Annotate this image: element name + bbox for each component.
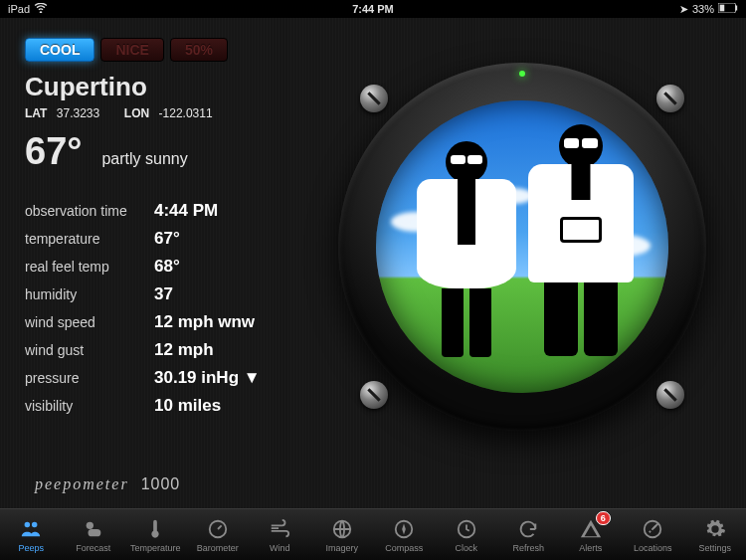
lat-label: LAT: [25, 106, 47, 120]
main-panel: COOL NICE 50% Cupertino LAT 37.3233 LON …: [0, 18, 746, 515]
lon-value: -122.0311: [159, 106, 213, 120]
tab-barometer[interactable]: Barometer: [187, 509, 250, 560]
device-label: iPad: [8, 3, 30, 15]
wifi-icon: [34, 3, 48, 15]
coordinates: LAT 37.3233 LON -122.0311: [25, 106, 323, 120]
data-value: 67°: [154, 229, 180, 249]
led-indicator-icon: [519, 71, 525, 77]
tab-bar: PeepsForecastTemperatureBarometerWindIma…: [0, 508, 746, 560]
screw-icon: [360, 381, 388, 409]
temperature-icon: [143, 517, 167, 541]
tab-wind[interactable]: Wind: [249, 509, 311, 560]
tab-imagery[interactable]: Imagery: [311, 509, 374, 560]
tab-label: Temperature: [130, 543, 181, 553]
tab-settings[interactable]: Settings: [684, 509, 747, 560]
data-row: wind gust12 mph: [25, 340, 323, 360]
lon-label: LON: [124, 106, 149, 120]
tab-label: Forecast: [76, 543, 110, 553]
screw-icon: [656, 85, 684, 112]
data-label: real feel temp: [25, 259, 154, 275]
screw-icon: [656, 381, 684, 409]
tab-label: Wind: [270, 543, 290, 553]
data-row: pressure30.19 inHg ▼: [25, 368, 323, 388]
wind-icon: [268, 517, 291, 541]
mode-toggles: COOL NICE 50%: [25, 38, 721, 62]
data-label: observation time: [25, 203, 154, 219]
data-row: observation time4:44 PM: [25, 201, 323, 221]
tab-temperature[interactable]: Temperature: [124, 509, 187, 560]
tab-label: Clock: [455, 543, 477, 553]
data-value: 12 mph: [154, 340, 214, 360]
svg-rect-1: [736, 6, 738, 11]
status-bar: iPad 7:44 PM ➤ 33%: [0, 0, 746, 18]
tab-clock[interactable]: Clock: [436, 509, 498, 560]
data-value: 10 miles: [154, 396, 221, 416]
clock-icon: [455, 517, 478, 541]
toggle-humidity[interactable]: 50%: [170, 38, 228, 62]
tab-peeps[interactable]: Peeps: [0, 509, 63, 560]
scene-view: [376, 100, 668, 393]
data-row: real feel temp68°: [25, 257, 323, 277]
data-row: wind speed12 mph wnw: [25, 312, 323, 332]
refresh-icon: [516, 517, 540, 541]
data-row: temperature67°: [25, 229, 323, 249]
data-value: 68°: [154, 257, 180, 277]
data-row: visibility10 miles: [25, 396, 323, 416]
tab-label: Barometer: [197, 543, 239, 553]
battery-icon: [718, 3, 738, 15]
tab-label: Peeps: [18, 543, 44, 553]
svg-point-3: [86, 521, 93, 528]
screw-icon: [360, 85, 388, 112]
tab-label: Compass: [385, 543, 423, 553]
tab-locations[interactable]: Locations: [622, 509, 684, 560]
data-value: 4:44 PM: [154, 201, 218, 221]
data-label: humidity: [25, 286, 154, 302]
tab-compass[interactable]: Compass: [373, 509, 436, 560]
settings-icon: [703, 517, 727, 541]
location-name: Cupertino: [25, 72, 323, 102]
tab-label: Imagery: [325, 543, 358, 553]
porthole-display: [338, 63, 706, 431]
battery-percent: 33%: [692, 3, 714, 15]
location-arrow-icon: ➤: [679, 3, 688, 16]
brand-logo: peepometer 1000: [35, 475, 180, 493]
toggle-nice[interactable]: NICE: [100, 38, 163, 62]
info-panel: Cupertino LAT 37.3233 LON -122.0311 67° …: [25, 72, 323, 416]
peeps-icon: [19, 517, 43, 541]
imagery-icon: [330, 517, 354, 541]
compass-icon: [392, 517, 416, 541]
peep-male-icon: [528, 124, 634, 370]
data-row: humidity37: [25, 284, 323, 304]
tab-label: Settings: [698, 543, 731, 553]
tab-label: Locations: [634, 543, 672, 553]
current-desc: partly sunny: [101, 150, 187, 168]
data-label: visibility: [25, 398, 154, 414]
data-value: 37: [154, 284, 173, 304]
alert-badge: 6: [596, 511, 611, 525]
brand-model: 1000: [141, 475, 181, 492]
locations-icon: [641, 517, 664, 541]
data-label: pressure: [25, 370, 154, 386]
data-value: 30.19 inHg ▼: [154, 368, 261, 388]
tab-label: Alerts: [579, 543, 602, 553]
brand-name: peepometer: [35, 475, 129, 492]
current-temp: 67°: [25, 130, 82, 173]
data-value: 12 mph wnw: [154, 312, 255, 332]
svg-rect-2: [720, 5, 725, 12]
tab-forecast[interactable]: Forecast: [63, 509, 125, 560]
tab-refresh[interactable]: Refresh: [497, 509, 560, 560]
tab-label: Refresh: [512, 543, 544, 553]
lat-value: 37.3233: [57, 106, 99, 120]
barometer-icon: [206, 517, 230, 541]
peep-female-icon: [417, 141, 516, 369]
data-label: wind speed: [25, 314, 154, 330]
toggle-cool[interactable]: COOL: [25, 38, 94, 62]
status-time: 7:44 PM: [352, 3, 394, 15]
forecast-icon: [82, 517, 105, 541]
data-label: wind gust: [25, 342, 154, 358]
data-rows: observation time4:44 PMtemperature67°rea…: [25, 201, 323, 416]
tab-alerts[interactable]: Alerts6: [560, 509, 623, 560]
data-label: temperature: [25, 231, 154, 247]
current-conditions: 67° partly sunny: [25, 130, 323, 173]
